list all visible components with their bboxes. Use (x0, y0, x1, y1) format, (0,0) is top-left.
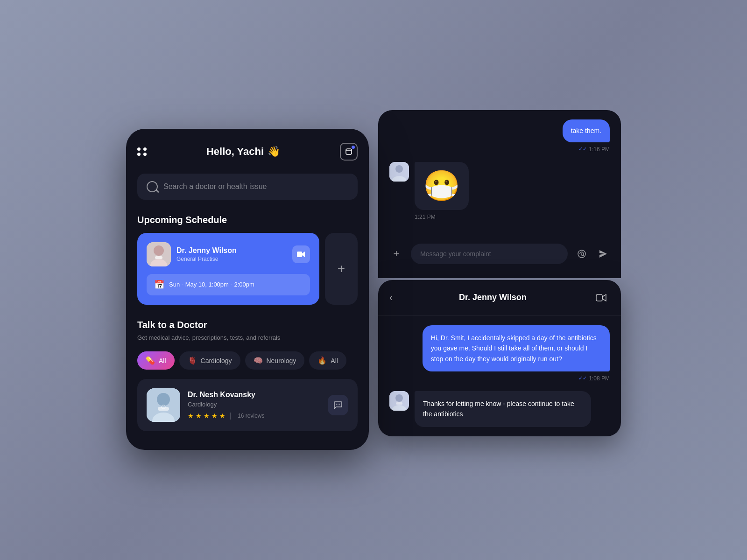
sent-message-1: take them. (389, 119, 610, 142)
schedule-time-row: 📅 Sun - May 10, 1:00pm - 2:00pm (147, 274, 310, 295)
reviews-count: 16 reviews (238, 413, 264, 419)
read-check-2: ✓✓ (578, 375, 587, 381)
filter-tabs: 💊 All 🫀 Cardiology 🧠 Neurology 🔥 All (137, 351, 358, 370)
video-call-icon[interactable] (593, 289, 610, 306)
doctor-info: Dr. Jenny Wilson General Practise (147, 242, 237, 266)
tab-label-more: All (331, 357, 338, 364)
appointment-time: Sun - May 10, 1:00pm - 2:00pm (169, 281, 254, 288)
notification-button[interactable] (340, 143, 358, 161)
message-input[interactable]: Message your complaint (411, 244, 568, 264)
sent-text-2: Hi, Dr. Smit, I accidentally skipped a d… (431, 334, 597, 363)
tab-emoji-neurology: 🧠 (254, 356, 263, 365)
sent-time-2: ✓✓ 1:08 PM (389, 375, 610, 382)
calendar-icon: 📅 (154, 280, 164, 290)
tab-emoji-more: 🔥 (317, 356, 327, 365)
svg-point-16 (395, 165, 403, 173)
bottom-chat-messages: Hi, Dr. Smit, I accidentally skipped a d… (378, 316, 621, 436)
greeting-emoji: 👋 (268, 146, 280, 158)
search-placeholder: Search a doctor or health issue (163, 182, 267, 191)
stars-row: ★ ★ ★ ★ ★ | 16 reviews (188, 412, 320, 420)
svg-rect-23 (396, 402, 402, 405)
svg-rect-0 (346, 149, 352, 154)
panels-container: Hello, Yachi 👋 Search a doctor or health… (126, 110, 621, 450)
bottom-chat-panel: ‹ Dr. Jenny Wilson Hi, Dr. Smit, I accid… (378, 280, 621, 436)
recv-avatar-1 (389, 162, 409, 182)
time-label-1: 1:16 PM (589, 146, 610, 153)
doctor-list-specialty: Cardiology (188, 401, 320, 408)
top-chat-panel: take them. ✓✓ 1:16 PM (378, 110, 621, 278)
doctor-list-card[interactable]: Dr. Nesh Kovansky Cardiology ★ ★ ★ ★ ★ |… (137, 379, 358, 431)
doctor-specialty: General Practise (176, 256, 237, 262)
received-message-2: Thanks for letting me know - please cont… (389, 391, 610, 427)
divider: | (229, 412, 231, 420)
tab-label-cardiology: Cardiology (201, 357, 232, 364)
star-3: ★ (204, 412, 210, 420)
talk-section-subtitle: Get medical advice, prescriptions, tests… (137, 333, 358, 343)
input-actions (573, 245, 612, 262)
dot (143, 153, 147, 156)
svg-point-8 (157, 393, 170, 406)
recv-text-2: Thanks for letting me know - please cont… (423, 400, 574, 418)
star-2: ★ (196, 412, 202, 420)
sent-text-1: take them. (571, 127, 601, 134)
chat-header: ‹ Dr. Jenny Wilson (378, 280, 621, 316)
chat-button[interactable] (328, 395, 348, 415)
dot (143, 147, 147, 151)
star-1: ★ (188, 412, 194, 420)
recv-bubble-1: 😷 (415, 162, 469, 210)
right-panels: take them. ✓✓ 1:16 PM (378, 110, 621, 436)
add-icon: + (338, 261, 345, 276)
doctor-row: Dr. Jenny Wilson General Practise (147, 242, 310, 266)
doctor-avatar (147, 242, 171, 266)
doctor-list-avatar (147, 388, 180, 422)
star-5: ★ (219, 412, 226, 420)
doctor-list-name: Dr. Nesh Kovansky (188, 391, 320, 399)
add-attachment-button[interactable]: + (388, 245, 405, 263)
recv-avatar-2 (389, 391, 409, 411)
tab-emoji-cardiology: 🫀 (188, 356, 197, 365)
star-4: ★ (211, 412, 218, 420)
menu-dots-icon[interactable] (137, 147, 147, 156)
tab-emoji-all: 💊 (146, 356, 155, 365)
filter-tab-all[interactable]: 💊 All (137, 351, 175, 370)
left-phone: Hello, Yachi 👋 Search a doctor or health… (126, 129, 369, 450)
filter-tab-more[interactable]: 🔥 All (309, 351, 346, 370)
add-appointment-card[interactable]: + (325, 233, 358, 305)
search-icon (147, 181, 158, 192)
back-button[interactable]: ‹ (389, 292, 393, 303)
filter-tab-neurology[interactable]: 🧠 Neurology (245, 351, 305, 370)
phone-header: Hello, Yachi 👋 (137, 143, 358, 161)
time-label-2: 1:08 PM (589, 375, 610, 382)
doctor-text: Dr. Jenny Wilson General Practise (176, 246, 237, 262)
filter-tab-cardiology[interactable]: 🫀 Cardiology (179, 351, 240, 370)
upcoming-schedule-title: Upcoming Schedule (137, 215, 358, 225)
top-chat-messages: take them. ✓✓ 1:16 PM (378, 110, 621, 239)
send-button[interactable] (595, 245, 612, 262)
greeting-text: Hello, Yachi 👋 (206, 146, 280, 158)
message-placeholder: Message your complaint (420, 250, 491, 258)
dot (137, 147, 141, 151)
message-input-row: + Message your complaint (378, 244, 621, 264)
svg-point-3 (154, 245, 164, 256)
schedule-row: Dr. Jenny Wilson General Practise 📅 Sun … (137, 233, 358, 305)
sent-bubble-1: take them. (563, 119, 610, 142)
svg-point-13 (338, 404, 338, 405)
notification-dot (352, 146, 355, 149)
doctor-list-info: Dr. Nesh Kovansky Cardiology ★ ★ ★ ★ ★ |… (188, 391, 320, 420)
svg-point-12 (336, 404, 337, 405)
attachment-button[interactable] (573, 245, 590, 262)
chat-doctor-name: Dr. Jenny Wilson (459, 293, 527, 302)
schedule-card[interactable]: Dr. Jenny Wilson General Practise 📅 Sun … (137, 233, 319, 305)
talk-section-title: Talk to a Doctor (137, 320, 358, 330)
svg-point-14 (339, 404, 340, 405)
sent-time-1: ✓✓ 1:16 PM (389, 146, 610, 153)
tab-label-neurology: Neurology (267, 357, 296, 364)
svg-rect-19 (596, 294, 602, 301)
search-bar[interactable]: Search a doctor or health issue (137, 174, 358, 200)
svg-point-21 (395, 394, 403, 402)
dot (137, 153, 141, 156)
received-message-1: 😷 (389, 162, 610, 210)
video-call-button[interactable] (292, 245, 310, 263)
recv-bubble-2: Thanks for letting me know - please cont… (415, 391, 591, 427)
svg-rect-5 (155, 256, 162, 259)
